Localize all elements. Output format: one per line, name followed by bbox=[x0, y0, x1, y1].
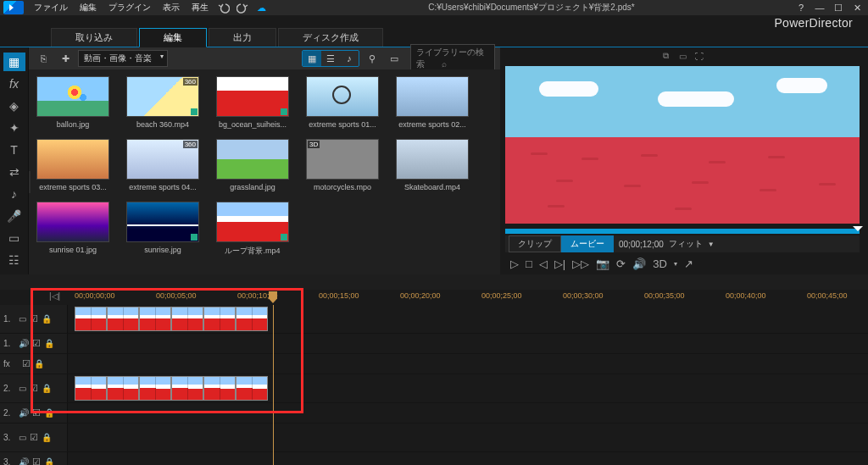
timeline-clip[interactable] bbox=[236, 307, 268, 331]
minimize-icon[interactable]: — bbox=[812, 1, 827, 14]
fx-room-icon[interactable]: fx bbox=[3, 75, 25, 93]
redo-icon[interactable] bbox=[235, 1, 250, 14]
library-item[interactable]: 360beach 360.mp4 bbox=[125, 76, 200, 129]
thumbnail[interactable] bbox=[306, 76, 379, 117]
timeline-clip[interactable] bbox=[171, 376, 203, 401]
timeline-clip[interactable] bbox=[139, 376, 171, 401]
library-item[interactable]: sunrise 01.jpg bbox=[36, 202, 110, 257]
volume-icon[interactable]: 🔊 bbox=[632, 257, 646, 270]
track-header[interactable]: 1.▭☑🔒 bbox=[0, 305, 68, 333]
library-item[interactable]: grassland.jpg bbox=[215, 139, 290, 191]
timeline-clip[interactable] bbox=[139, 307, 171, 331]
view-mode-segment[interactable]: ▦ ☰ ♪ bbox=[302, 50, 359, 67]
three-d-label[interactable]: 3D bbox=[653, 257, 667, 270]
thumbnail[interactable]: 360 bbox=[126, 76, 199, 117]
stop-icon[interactable]: □ bbox=[526, 257, 532, 270]
thumbnail[interactable] bbox=[126, 202, 199, 242]
tab-edit[interactable]: 編集 bbox=[139, 28, 207, 47]
tab-capture[interactable]: 取り込み bbox=[51, 28, 137, 47]
library-item[interactable]: ballon.jpg bbox=[36, 76, 110, 129]
track-body[interactable] bbox=[68, 334, 868, 353]
thumbnail[interactable] bbox=[216, 139, 289, 180]
plugin-icon[interactable]: ✚ bbox=[56, 50, 75, 67]
go-start-icon[interactable]: |◁| bbox=[49, 291, 60, 301]
import-icon[interactable]: ⎘ bbox=[34, 50, 53, 67]
library-item[interactable]: sunrise.jpg bbox=[125, 202, 200, 257]
undock-icon[interactable]: ⧉ bbox=[659, 51, 672, 61]
undo-icon[interactable] bbox=[216, 1, 231, 14]
library-item[interactable]: extreme sports 03... bbox=[36, 139, 110, 191]
thumbnail[interactable] bbox=[396, 139, 469, 180]
particle-room-icon[interactable]: ✦ bbox=[3, 119, 25, 137]
fit-dropdown[interactable]: フィット bbox=[669, 238, 703, 250]
pip-room-icon[interactable]: ◈ bbox=[3, 97, 25, 115]
track-header[interactable]: 1.🔊☑🔒 bbox=[0, 334, 68, 353]
track-header[interactable]: 2.🔊☑🔒 bbox=[0, 403, 68, 423]
thumbnail[interactable] bbox=[36, 202, 109, 242]
thumbnail[interactable] bbox=[216, 202, 289, 242]
menu-file[interactable]: ファイル bbox=[29, 0, 73, 15]
library-item[interactable]: extreme sports 01... bbox=[305, 76, 380, 129]
library-search[interactable]: ライブラリーの検索 bbox=[410, 44, 495, 73]
audio-room-icon[interactable]: ♪ bbox=[3, 185, 25, 203]
thumbnail[interactable] bbox=[36, 76, 109, 117]
track-header[interactable]: 3.🔊☑🔒 bbox=[0, 452, 68, 465]
timeline-clip[interactable] bbox=[171, 307, 203, 331]
library-item[interactable]: extreme sports 02... bbox=[395, 76, 470, 129]
display-icon[interactable]: ▭ bbox=[385, 50, 403, 67]
media-filter-dropdown[interactable]: 動画・画像・音楽 bbox=[78, 50, 168, 67]
prev-frame-icon[interactable]: ◁ bbox=[539, 257, 548, 270]
list-view-icon[interactable]: ☰ bbox=[321, 51, 340, 66]
help-icon[interactable]: ? bbox=[793, 1, 809, 14]
tab-output[interactable]: 出力 bbox=[209, 28, 276, 47]
cloud-icon[interactable]: ☁ bbox=[253, 1, 269, 14]
loop-icon[interactable]: ⟳ bbox=[616, 257, 626, 270]
timeline-clip[interactable] bbox=[203, 307, 236, 331]
track-body[interactable] bbox=[68, 423, 868, 451]
fast-forward-icon[interactable]: ▷▷ bbox=[572, 257, 589, 270]
popout-icon[interactable]: ↗ bbox=[684, 257, 693, 270]
preview-scrubber[interactable] bbox=[505, 229, 860, 234]
tab-disc[interactable]: ディスク作成 bbox=[278, 28, 383, 47]
library-item[interactable]: Skateboard.mp4 bbox=[395, 139, 470, 191]
media-room-icon[interactable]: ▦ bbox=[3, 53, 25, 71]
maximize-icon[interactable]: ☐ bbox=[831, 1, 846, 14]
track-body[interactable] bbox=[68, 354, 868, 374]
menu-view[interactable]: 表示 bbox=[158, 0, 185, 15]
maximize-preview-icon[interactable]: ⛶ bbox=[693, 51, 706, 61]
thumbnail[interactable] bbox=[216, 76, 289, 117]
library-item[interactable]: bg_ocean_suiheis... bbox=[215, 76, 290, 129]
timeline-clip[interactable] bbox=[203, 376, 236, 401]
snapshot-icon[interactable]: ▭ bbox=[676, 51, 689, 61]
next-frame-icon[interactable]: ▷| bbox=[554, 257, 565, 270]
preview-monitor[interactable] bbox=[505, 66, 860, 224]
thumbnail[interactable] bbox=[396, 76, 469, 117]
voice-room-icon[interactable]: 🎤 bbox=[3, 207, 25, 225]
sort-icon[interactable]: ⚲ bbox=[363, 50, 381, 67]
timeline-ruler[interactable]: |◁| 00;00;00;0000;00;05;0000;00;10;0000;… bbox=[68, 290, 868, 305]
expand-tree-icon[interactable]: › bbox=[29, 171, 31, 193]
track-header[interactable]: 2.▭☑🔒 bbox=[0, 374, 68, 402]
transition-room-icon[interactable]: ⇄ bbox=[3, 163, 25, 181]
playhead[interactable] bbox=[273, 305, 274, 465]
library-item[interactable]: 3Dmotorcycles.mpo bbox=[305, 139, 380, 191]
camera-icon[interactable]: 📷 bbox=[596, 257, 609, 270]
timeline-clip[interactable] bbox=[107, 307, 139, 331]
track-body[interactable] bbox=[68, 403, 868, 423]
title-room-icon[interactable]: T bbox=[3, 141, 25, 159]
track-body[interactable] bbox=[68, 452, 868, 465]
chapter-room-icon[interactable]: ▭ bbox=[3, 229, 25, 247]
music-view-icon[interactable]: ♪ bbox=[340, 51, 359, 66]
library-item[interactable]: 360extreme sports 04... bbox=[125, 139, 200, 191]
movie-tab[interactable]: ムービー bbox=[561, 235, 614, 252]
library-item[interactable]: ループ背景.mp4 bbox=[215, 202, 290, 257]
menu-play[interactable]: 再生 bbox=[186, 0, 214, 15]
timeline-clip[interactable] bbox=[107, 376, 139, 401]
track-header[interactable]: 3.▭☑🔒 bbox=[0, 423, 68, 451]
thumbnail[interactable]: 3D bbox=[306, 139, 379, 180]
thumbnail[interactable]: 360 bbox=[126, 139, 199, 180]
thumbnail[interactable] bbox=[36, 139, 109, 180]
timeline-clip[interactable] bbox=[75, 376, 107, 401]
menu-plugin[interactable]: プラグイン bbox=[103, 0, 156, 15]
close-icon[interactable]: ✕ bbox=[849, 1, 865, 14]
